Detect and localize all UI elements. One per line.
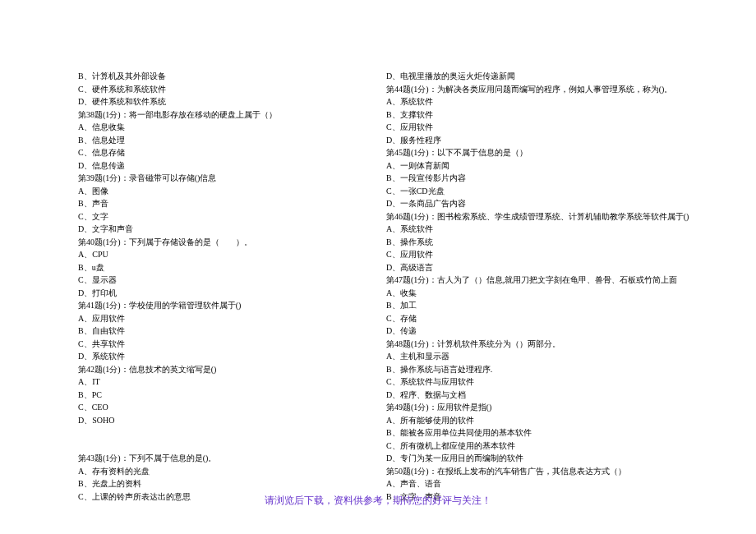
text-line: D、服务性程序 [386,134,694,147]
text-line: 第38题(1分)：将一部电影存放在移动的硬盘上属于（） [78,108,386,122]
text-line: C、应用软件 [386,248,694,261]
text-line: D、文字和声音 [78,223,386,236]
text-line: D、高级语言 [386,261,694,274]
text-line: B、操作系统与语言处理程序. [386,363,694,376]
text-line: B、自由软件 [78,325,386,338]
text-line: 第48题(1分)：计算机软件系统分为（）两部分。 [386,338,694,351]
text-line: 第46题(1分)：图书检索系统、学生成绩管理系统、计算机辅助教学系统等软件属于(… [386,210,694,223]
text-line: B、能被各应用单位共同使用的基本软件 [386,426,694,440]
text-line: C、硬件系统和系统软件 [78,83,386,96]
text-line: A、一则体育新闻 [386,159,694,173]
text-line: 第42题(1分)：信息技术的英文缩写是() [78,363,386,376]
text-line: 第39题(1分)：录音磁带可以存储()信息 [78,172,386,185]
text-line: 第47题(1分)：古人为了（）信息,就用刀把文字刻在龟甲、兽骨、石板或竹简上面 [386,274,694,287]
text-line: A、收集 [386,287,694,300]
text-line: C、所有微机上都应使用的基本软件 [386,440,694,453]
text-line: 第44题(1分)：为解决各类应用问题而编写的程序，例如人事管理系统，称为()。 [386,83,694,96]
right-column: D、电视里播放的奥运火炬传递新闻第44题(1分)：为解决各类应用问题而编写的程序… [386,70,694,503]
text-line: B、u盘 [78,261,386,274]
text-line: A、CPU [78,248,386,261]
text-line: D、硬件系统和软件系统 [78,95,386,108]
text-line: D、专门为某一应用目的而编制的软件 [386,452,694,465]
text-line: 第45题(1分)：以下不属于信息的是（） [386,146,694,159]
text-line: C、应用软件 [386,121,694,134]
text-line: 第40题(1分)：下列属于存储设备的是（ ）。 [78,236,386,249]
text-line: A、应用软件 [78,312,386,325]
text-line: D、系统软件 [78,350,386,363]
text-line: A、声音、语音 [386,477,694,490]
text-line: C、一张CD光盘 [386,185,694,198]
blank-line [78,440,386,453]
text-line: D、程序、数据与文档 [386,389,694,402]
text-line: A、信息收集 [78,121,386,134]
text-line: B、一段宣传影片内容 [386,172,694,185]
text-line: C、显示器 [78,274,386,287]
blank-line [78,426,386,440]
text-line: A、所有能够使用的软件 [386,414,694,427]
footer-text: 请浏览后下载，资料供参考，期待您的好评与关注！ [0,494,756,508]
text-line: 第50题(1分)：在报纸上发布的汽车销售广告，其信息表达方式（） [386,465,694,478]
text-line: C、系统软件与应用软件 [386,375,694,389]
text-line: B、操作系统 [386,236,694,249]
text-line: C、文字 [78,210,386,223]
text-line: C、信息存储 [78,146,386,159]
text-line: B、支撑软件 [386,108,694,122]
text-line: 第49题(1分)：应用软件是指() [386,401,694,414]
text-line: A、存有资料的光盘 [78,465,386,478]
text-line: D、传递 [386,325,694,338]
text-line: C、存储 [386,312,694,325]
text-line: D、信息传递 [78,159,386,173]
text-line: D、一条商品广告内容 [386,197,694,210]
text-line: A、系统软件 [386,223,694,236]
text-line: B、信息处理 [78,134,386,147]
text-line: 第41题(1分)：学校使用的学籍管理软件属于() [78,299,386,312]
left-column: B、计算机及其外部设备C、硬件系统和系统软件D、硬件系统和软件系统第38题(1分… [78,70,386,503]
text-line: C、共享软件 [78,338,386,351]
text-line: C、CEO [78,401,386,414]
text-line: B、加工 [386,299,694,312]
text-line: D、打印机 [78,287,386,300]
text-line: A、系统软件 [386,95,694,108]
text-line: B、计算机及其外部设备 [78,70,386,83]
text-line: D、SOHO [78,414,386,427]
text-line: A、主机和显示器 [386,350,694,363]
text-line: B、光盘上的资料 [78,477,386,490]
text-line: D、电视里播放的奥运火炬传递新闻 [386,70,694,83]
text-line: B、声音 [78,197,386,210]
text-line: B、PC [78,389,386,402]
text-line: 第43题(1分)：下列不属于信息的是()。 [78,452,386,465]
text-line: A、IT [78,375,386,389]
text-line: A、图像 [78,185,386,198]
